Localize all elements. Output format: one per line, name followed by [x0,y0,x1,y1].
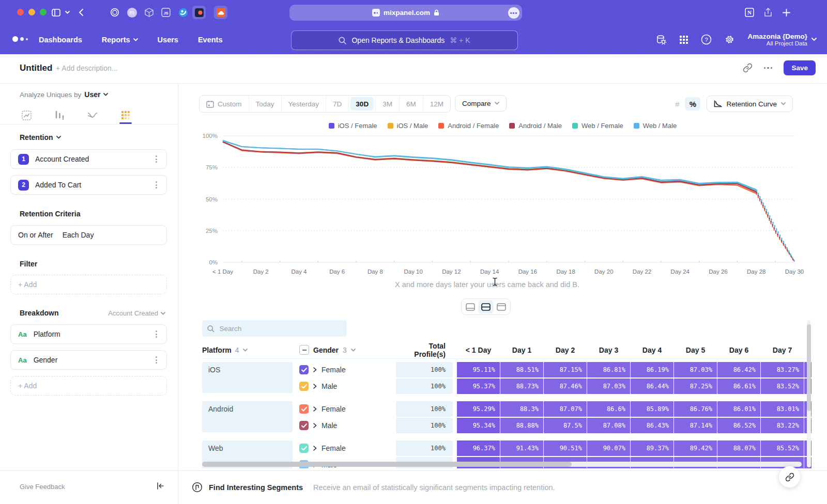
series-checkbox[interactable] [299,404,309,414]
data-management-icon[interactable] [655,34,667,45]
retention-value-cell[interactable]: 95.29% [457,401,500,417]
find-segments-link[interactable]: Find Interesting Segments [209,483,303,492]
horizontal-scrollbar[interactable] [202,462,802,467]
day-column-header[interactable]: Day 5 [674,346,717,354]
range-12m[interactable]: 12M [423,96,450,112]
extension-icon-js[interactable]: JS [159,6,173,19]
retention-value-cell[interactable]: 87.25% [674,379,717,394]
breakdown-gender[interactable]: Aa Gender [10,350,167,370]
retention-value-cell[interactable]: 86.44% [631,379,673,394]
select-all-checkbox-indeterminate[interactable] [299,345,309,355]
retention-value-cell[interactable]: 88.07% [717,440,760,456]
retention-value-cell[interactable]: 87.14% [674,418,717,433]
range-7d[interactable]: 7D [326,96,348,112]
kebab-menu-icon[interactable] [154,153,159,165]
extension-icon-globe[interactable] [176,6,190,19]
breakdown-property-name[interactable]: Platform [34,330,60,338]
report-title[interactable]: Untitled [20,63,52,73]
legend-item[interactable]: Android / Female [438,122,499,130]
horizontal-scrollbar-thumb[interactable] [202,462,572,467]
add-breakdown-button[interactable]: + Add [10,376,167,396]
retention-value-cell[interactable]: 95.34% [457,418,500,433]
step-event-name[interactable]: Account Created [35,155,89,163]
retention-section-header[interactable]: Retention [20,133,61,141]
view-split[interactable] [478,300,494,313]
more-menu-icon[interactable] [764,67,773,69]
criteria-interval[interactable]: Each Day [63,231,94,239]
retention-value-cell[interactable]: 86.61% [717,379,760,394]
close-window-button[interactable] [17,9,24,15]
retention-value-cell[interactable]: 88.88% [500,418,543,433]
back-icon[interactable] [74,6,87,19]
retention-value-cell[interactable]: 87.03% [674,362,717,377]
series-checkbox[interactable] [299,421,309,430]
day-column-header[interactable]: Day 7 [761,346,804,354]
absolute-numbers-toggle[interactable]: # [669,97,685,111]
table-search[interactable] [202,320,347,337]
maximize-window-button[interactable] [40,9,47,15]
retention-value-cell[interactable]: 91.43% [500,440,543,456]
retention-value-cell[interactable]: 88.51% [500,362,543,377]
expand-row-icon[interactable] [313,446,317,451]
series-checkbox[interactable] [299,365,309,374]
retention-value-cell[interactable]: 86.52% [717,418,760,433]
criteria-mode[interactable]: On or After [18,231,53,239]
range-custom[interactable]: Custom [200,96,249,112]
minimize-window-button[interactable] [28,9,35,15]
retention-value-cell[interactable]: 86.19% [631,362,673,377]
extension-icon-cube[interactable] [142,6,156,19]
retention-value-cell[interactable]: 87.03% [587,379,630,394]
retention-value-cell[interactable]: 95.37% [457,379,500,394]
series-checkbox[interactable] [299,444,309,453]
share-icon[interactable] [761,6,775,19]
kebab-menu-icon[interactable] [154,179,159,191]
day-column-header[interactable]: Day 4 [631,346,673,354]
day-column-header[interactable]: < 1 Day [457,346,500,354]
floating-share-link-button[interactable] [779,466,800,487]
tab-insights[interactable] [16,106,37,124]
retention-step-2[interactable]: 2 Added To Cart [10,175,167,195]
retention-value-cell[interactable]: 88.3% [500,401,543,417]
save-button[interactable]: Save [784,60,816,75]
tab-flows[interactable] [82,106,103,124]
retention-value-cell[interactable]: 83.22% [761,418,804,433]
retention-value-cell[interactable]: 85.52% [761,440,804,456]
breakdown-platform[interactable]: Aa Platform [10,324,167,344]
retention-value-cell[interactable]: 87.5% [544,418,587,433]
nav-item-dashboards[interactable]: Dashboards [39,36,82,44]
retention-value-cell[interactable]: 83.52% [761,379,804,394]
active-tab-icon[interactable] [192,6,206,19]
tab-retention-active[interactable] [115,106,136,124]
notion-icon[interactable]: N [743,6,756,19]
tab-funnels[interactable] [49,106,70,124]
vertical-scrollbar[interactable] [807,320,811,467]
range-yesterday[interactable]: Yesterday [281,96,326,112]
global-search-button[interactable]: Open Reports & Dashboards ⌘ + K [291,30,518,50]
retention-value-cell[interactable]: 86.76% [674,401,717,417]
retention-value-cell[interactable]: 83.01% [761,401,804,417]
project-switcher[interactable]: Amazonia {Demo} All Project Data [747,33,817,46]
analyze-value[interactable]: User [84,90,100,99]
expand-row-icon[interactable] [313,406,317,412]
retention-value-cell[interactable]: 89.37% [631,440,673,456]
step-event-name[interactable]: Added To Cart [35,181,81,189]
view-table-only[interactable] [494,300,509,313]
retention-value-cell[interactable]: 86.81% [587,362,630,377]
day-column-header[interactable]: Day 1 [500,346,543,354]
retention-criteria-selector[interactable]: On or After Each Day [10,225,167,245]
url-more-button[interactable]: ••• [508,7,519,19]
apps-grid-icon[interactable] [679,35,688,44]
day-column-header[interactable]: Day 2 [544,346,587,354]
retention-value-cell[interactable]: 86.42% [717,362,760,377]
percent-toggle[interactable]: % [685,97,700,111]
retention-value-cell[interactable]: 89.42% [674,440,717,456]
breakdown-property-name[interactable]: Gender [34,356,58,364]
retention-value-cell[interactable]: 87.07% [544,401,587,417]
retention-step-1[interactable]: 1 Account Created [10,149,167,169]
retention-value-cell[interactable]: 85.89% [631,401,673,417]
range-3m[interactable]: 3M [375,96,399,112]
retention-value-cell[interactable]: 87.46% [544,379,587,394]
day-column-header[interactable]: Day 6 [717,346,760,354]
nav-item-events[interactable]: Events [198,36,223,44]
new-tab-icon[interactable] [779,6,793,19]
